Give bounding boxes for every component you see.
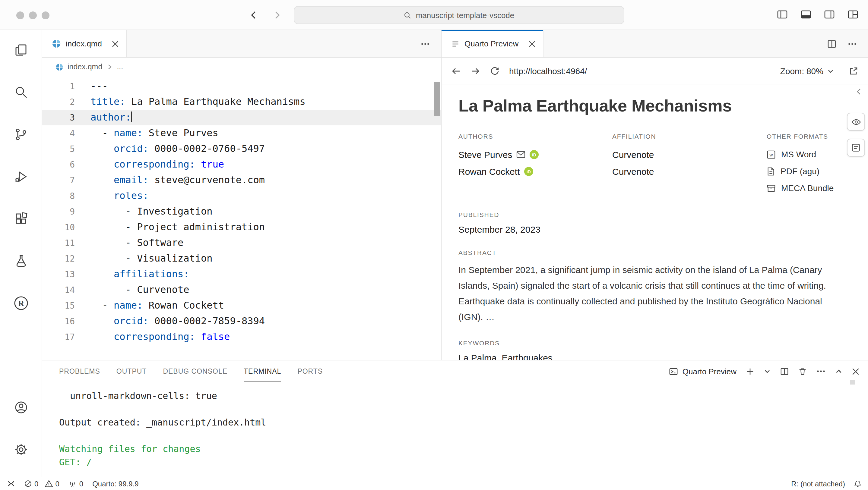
- maximize-window-button[interactable]: [42, 11, 50, 19]
- close-panel-icon[interactable]: [852, 367, 860, 375]
- quarto-version[interactable]: Quarto: 99.9.9: [92, 480, 138, 488]
- problems-indicator[interactable]: 0 0: [24, 480, 59, 488]
- kill-terminal-icon[interactable]: [798, 367, 807, 376]
- code-line[interactable]: 12 - Visualization: [42, 251, 441, 266]
- r-extension-icon[interactable]: R: [7, 290, 34, 317]
- breadcrumb-more[interactable]: ...: [117, 63, 123, 71]
- article-title: La Palma Earthquake Mechanisms: [459, 96, 847, 116]
- tab-ports[interactable]: PORTS: [298, 360, 323, 382]
- code-editor[interactable]: 1---2title: La Palma Earthquake Mechanis…: [42, 76, 441, 360]
- split-editor-icon[interactable]: [827, 39, 837, 48]
- line-number: 16: [42, 314, 75, 329]
- explorer-icon[interactable]: [7, 37, 34, 63]
- code-line[interactable]: 7 email: steve@curvenote.com: [42, 172, 441, 188]
- code-line[interactable]: 17 corresponding: false: [42, 329, 441, 345]
- code-line[interactable]: 10 - Project administration: [42, 219, 441, 235]
- word-format-icon: w: [767, 150, 776, 159]
- preview-url[interactable]: http://localhost:4964/: [509, 66, 587, 76]
- tab-quarto-preview[interactable]: Quarto Preview: [441, 30, 543, 57]
- new-terminal-icon[interactable]: [746, 367, 754, 376]
- toggle-primary-sidebar-icon[interactable]: [777, 9, 788, 20]
- code-line[interactable]: 3author:: [42, 110, 441, 125]
- keywords-value: La Palma, Earthquakes: [459, 353, 847, 360]
- preview-back-icon[interactable]: [451, 66, 461, 76]
- author: Rowan CockettiD: [459, 163, 612, 179]
- close-tab-icon[interactable]: [112, 40, 119, 47]
- code-line[interactable]: 2title: La Palma Earthquake Mechanisms: [42, 94, 441, 110]
- more-actions-icon[interactable]: [421, 39, 430, 48]
- r-status[interactable]: R: (not attached): [791, 480, 845, 488]
- terminal-line: Watching files for changes: [59, 443, 856, 456]
- code-line[interactable]: 16 orcid: 0000-0002-7859-8394: [42, 314, 441, 329]
- code-line[interactable]: 6 corresponding: true: [42, 157, 441, 172]
- code-line[interactable]: 4 - name: Steve Purves: [42, 125, 441, 141]
- terminal-instance-label: Quarto Preview: [683, 367, 737, 376]
- orcid-icon[interactable]: iD: [524, 167, 533, 176]
- code-line[interactable]: 5 orcid: 0000-0002-0760-5497: [42, 141, 441, 157]
- preview-reload-icon[interactable]: [490, 66, 499, 76]
- code-line[interactable]: 9 - Investigation: [42, 204, 441, 219]
- split-terminal-icon[interactable]: [780, 367, 789, 376]
- more-actions-icon[interactable]: [847, 39, 857, 48]
- breadcrumb-file[interactable]: index.qmd: [67, 63, 102, 71]
- tab-problems[interactable]: PROBLEMS: [59, 360, 100, 382]
- svg-text:iD: iD: [526, 169, 530, 174]
- email-icon[interactable]: [516, 151, 525, 158]
- code-line[interactable]: 8 roles:: [42, 188, 441, 204]
- ports-indicator[interactable]: 0: [68, 480, 83, 488]
- terminal-scrollbar-thumb[interactable]: [850, 380, 855, 385]
- tab-terminal[interactable]: TERMINAL: [244, 360, 281, 382]
- tab-index-qmd[interactable]: index.qmd: [42, 30, 127, 57]
- tab-output[interactable]: OUTPUT: [116, 360, 147, 382]
- toggle-panel-icon[interactable]: [801, 9, 811, 20]
- testing-icon[interactable]: [7, 248, 34, 274]
- accounts-icon[interactable]: [7, 394, 34, 421]
- notes-button[interactable]: [847, 139, 865, 157]
- zoom-control[interactable]: Zoom: 80%: [780, 66, 834, 76]
- format-link[interactable]: PDF (agu): [767, 163, 847, 179]
- open-external-icon[interactable]: [849, 66, 858, 76]
- format-link[interactable]: MECA Bundle: [767, 179, 847, 196]
- more-actions-icon[interactable]: [816, 366, 826, 376]
- toggle-visibility-button[interactable]: [847, 113, 865, 131]
- settings-gear-icon[interactable]: [7, 436, 34, 463]
- code-line[interactable]: 15 - name: Rowan Cockett: [42, 298, 441, 314]
- line-content: roles:: [75, 188, 149, 204]
- code-line[interactable]: 14 - Curvenote: [42, 282, 441, 298]
- notifications-bell-icon[interactable]: [854, 480, 862, 488]
- terminal-instance-button[interactable]: Quarto Preview: [669, 367, 737, 376]
- code-line[interactable]: 11 - Software: [42, 235, 441, 251]
- chevron-left-icon[interactable]: [855, 88, 863, 96]
- maximize-panel-icon[interactable]: [835, 367, 843, 375]
- line-number: 15: [42, 298, 75, 314]
- extensions-icon[interactable]: [7, 205, 34, 232]
- toggle-secondary-sidebar-icon[interactable]: [824, 9, 835, 20]
- search-view-icon[interactable]: [7, 79, 34, 105]
- line-content: orcid: 0000-0002-0760-5497: [75, 141, 265, 157]
- format-link[interactable]: wMS Word: [767, 146, 847, 163]
- minimize-window-button[interactable]: [29, 11, 37, 19]
- history-back-icon[interactable]: [249, 10, 259, 21]
- orcid-icon[interactable]: iD: [530, 150, 539, 159]
- affiliation-value: Curvenote: [612, 163, 767, 179]
- preview-forward-icon[interactable]: [470, 66, 480, 76]
- source-control-icon[interactable]: [7, 121, 34, 148]
- terminal-output[interactable]: unroll-markdown-cells: true Output creat…: [59, 389, 856, 469]
- search-icon: [404, 11, 412, 19]
- close-window-button[interactable]: [16, 11, 24, 19]
- remote-indicator[interactable]: [6, 479, 15, 488]
- customize-layout-icon[interactable]: [847, 9, 858, 20]
- editor-scrollbar-thumb[interactable]: [434, 82, 440, 116]
- close-tab-icon[interactable]: [528, 40, 535, 47]
- run-debug-icon[interactable]: [7, 163, 34, 190]
- terminal-dropdown-icon[interactable]: [764, 368, 771, 375]
- terminal-line: [59, 402, 856, 416]
- code-line[interactable]: 1---: [42, 78, 441, 94]
- command-center-search[interactable]: manuscript-template-vscode: [294, 6, 624, 24]
- line-content: - Investigation: [75, 204, 213, 219]
- note-icon: [851, 143, 861, 153]
- line-content: corresponding: false: [75, 329, 230, 345]
- tab-debug-console[interactable]: DEBUG CONSOLE: [163, 360, 227, 382]
- history-forward-icon[interactable]: [272, 10, 282, 21]
- code-line[interactable]: 13 affiliations:: [42, 266, 441, 282]
